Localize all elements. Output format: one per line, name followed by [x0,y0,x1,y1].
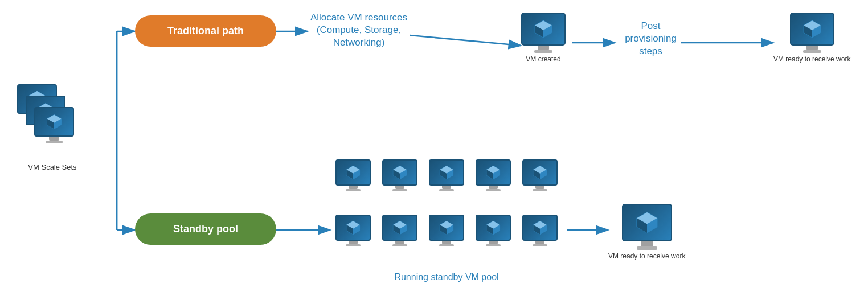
grid-vm-2 [377,159,423,213]
post-provisioning-label: Post provisioning steps [621,20,681,57]
grid-vm-1 [330,159,376,213]
grid-vm-8 [424,215,469,269]
grid-vm-7 [377,215,423,269]
vm-created-group: VM created [521,13,566,63]
grid-vm-6 [330,215,376,269]
vm-created-label: VM created [526,55,560,63]
vm-grid: Running standby VM pool [330,159,563,282]
vm-ready-top-group: VM ready to receive work [773,13,850,63]
running-standby-label: Running standby VM pool [330,272,563,282]
diagram-container: VM Scale Sets Traditional path Allocate … [0,0,868,300]
grid-vm-10 [517,215,563,269]
standby-pool-pill: Standby pool [135,213,276,245]
svg-line-7 [410,35,521,46]
traditional-path-pill: Traditional path [135,15,276,47]
vm-ready-top-label: VM ready to receive work [773,55,850,63]
grid-vm-5 [517,159,563,213]
allocate-vm-label: Allocate VM resources (Compute, Storage,… [308,11,410,49]
grid-vm-9 [470,215,516,269]
vm-ready-bottom-label: VM ready to receive work [608,252,685,260]
grid-vm-3 [424,159,469,213]
grid-vm-4 [470,159,516,213]
vm-scale-sets-label: VM Scale Sets [13,163,92,171]
vm-ready-bottom-group: VM ready to receive work [608,204,685,260]
